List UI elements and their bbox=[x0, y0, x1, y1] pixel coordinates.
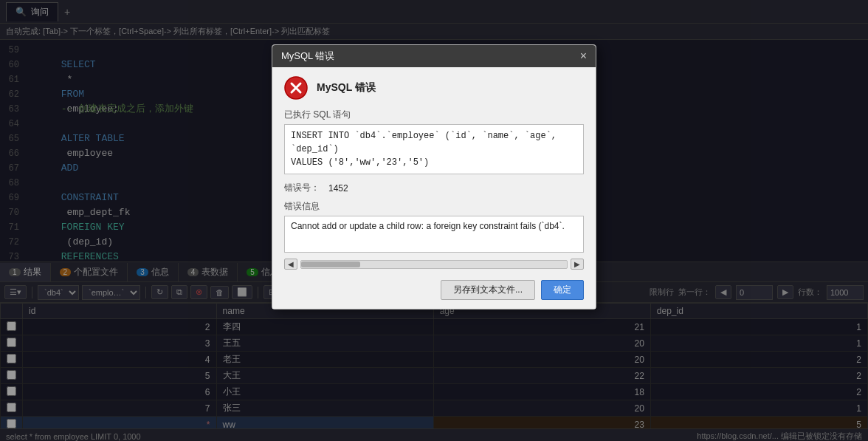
error-icon bbox=[284, 76, 308, 100]
modal-titlebar: MySQL 错误 × bbox=[272, 45, 596, 67]
error-num-row: 错误号： 1452 bbox=[284, 182, 584, 194]
save-to-file-button[interactable]: 另存到文本文件... bbox=[441, 280, 535, 300]
ok-button[interactable]: 确定 bbox=[541, 280, 584, 300]
modal-header-row: MySQL 错误 bbox=[284, 76, 584, 100]
error-msg-label: 错误信息 bbox=[284, 200, 584, 213]
scrollbar-track[interactable] bbox=[300, 260, 568, 269]
scroll-right-btn[interactable]: ▶ bbox=[571, 259, 584, 270]
modal-header-title: MySQL 错误 bbox=[317, 81, 376, 95]
modal-title: MySQL 错误 bbox=[281, 49, 334, 63]
scroll-left-btn[interactable]: ◀ bbox=[284, 259, 297, 270]
modal-body: MySQL 错误 已执行 SQL 语句 INSERT INTO `db4`.`e… bbox=[272, 67, 596, 309]
error-msg-content: Cannot add or update a child row: a fore… bbox=[291, 221, 565, 231]
scrollbar-thumb bbox=[301, 261, 360, 267]
modal-overlay: MySQL 错误 × MySQL 错误 已执行 SQL 语句 INSERT IN… bbox=[0, 0, 868, 441]
modal-close-button[interactable]: × bbox=[580, 50, 587, 62]
error-num-value: 1452 bbox=[328, 183, 348, 194]
error-modal: MySQL 错误 × MySQL 错误 已执行 SQL 语句 INSERT IN… bbox=[272, 44, 596, 310]
scrollbar-row: ◀ ▶ bbox=[284, 259, 584, 270]
sql-section-label: 已执行 SQL 语句 bbox=[284, 109, 584, 121]
modal-buttons: 另存到文本文件... 确定 bbox=[284, 277, 584, 300]
sql-content-box: INSERT INTO `db4`.`employee` (`id`, `nam… bbox=[284, 124, 584, 174]
sql-line-1: INSERT INTO `db4`.`employee` (`id`, `nam… bbox=[291, 129, 577, 156]
sql-line-2: VALUES ('8','ww','23','5') bbox=[291, 156, 577, 169]
error-num-label: 错误号： bbox=[284, 182, 320, 194]
error-msg-box: Cannot add or update a child row: a fore… bbox=[284, 216, 584, 253]
